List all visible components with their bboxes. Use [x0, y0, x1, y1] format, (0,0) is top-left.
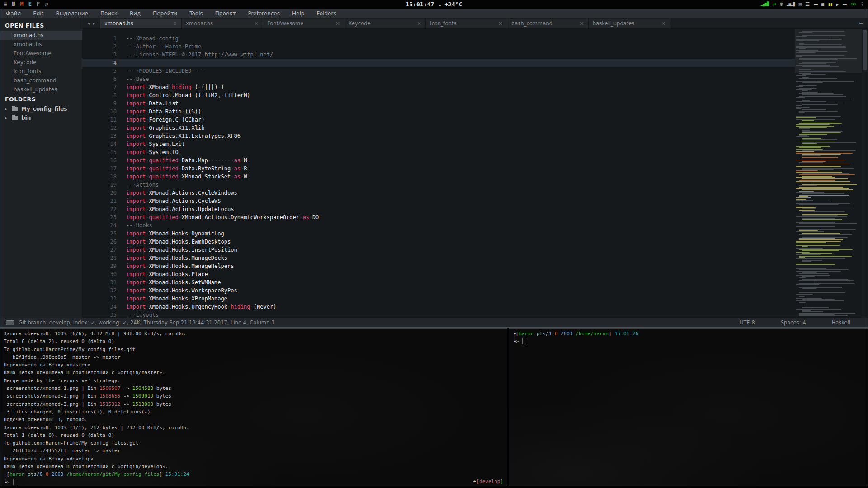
- tab-haskell_updates[interactable]: haskell_updates×: [589, 19, 670, 28]
- sidebar-file-Keycode[interactable]: Keycode: [0, 58, 82, 67]
- minimap-line: [799, 88, 817, 89]
- minimap-line: [796, 197, 811, 198]
- stop-icon[interactable]: ■: [821, 0, 824, 9]
- menu-item-10[interactable]: Folders: [316, 10, 336, 17]
- workspace-e-icon[interactable]: Е: [28, 0, 32, 9]
- users-icon[interactable]: ☺☺: [851, 0, 855, 9]
- menu-item-4[interactable]: Вид: [130, 10, 141, 17]
- tab-bash_command[interactable]: bash_command×: [507, 19, 589, 28]
- minimap-line: [802, 62, 836, 63]
- line-number: 24: [82, 221, 117, 230]
- minimap-line: [796, 188, 849, 189]
- minimap[interactable]: [795, 29, 862, 318]
- terminal-line: ┌[haron pts/0 0 2603 /home/haron/git/My_…: [4, 470, 507, 478]
- tab-scroll-right-icon[interactable]: ▸: [93, 21, 95, 26]
- workspace-m-icon[interactable]: М: [20, 0, 23, 9]
- database-icon[interactable]: ▤: [799, 0, 802, 9]
- minimap-line: [802, 250, 839, 251]
- scrollbar[interactable]: [862, 29, 868, 318]
- tab-close-icon[interactable]: ×: [335, 20, 340, 27]
- tab-scroll-left-icon[interactable]: ◂: [88, 21, 90, 26]
- sidebar-file-Icon_fonts[interactable]: Icon_fonts: [0, 67, 82, 76]
- code-text: import·XMonad.Hooks.ManageHelpers: [126, 262, 234, 270]
- minimap-line: [802, 100, 810, 101]
- code-text: --·Author·-·Haron·Prime: [126, 42, 201, 51]
- sidebar-file-xmobar.hs[interactable]: xmobar.hs: [0, 40, 82, 49]
- sidebar-folder-My_config_files[interactable]: ▸My_config_files: [0, 104, 82, 113]
- pause-icon[interactable]: ▮▮: [828, 0, 832, 9]
- tab-Icon_fonts[interactable]: Icon_fonts×: [426, 19, 507, 28]
- terminal-left[interactable]: Запись объектоВ: 100% (6/6), 4.32 MiB | …: [0, 328, 507, 486]
- tab-close-icon[interactable]: ×: [417, 20, 421, 27]
- tab-close-icon[interactable]: ×: [173, 20, 177, 27]
- minimap-line: [796, 254, 821, 255]
- menu-item-2[interactable]: Выделение: [56, 10, 88, 17]
- code-line: 31import·XMonad.Hooks.SetWMName: [82, 278, 868, 286]
- more-icon[interactable]: ⋮: [859, 0, 864, 9]
- sliders-icon[interactable]: ☰: [805, 0, 809, 9]
- menu-item-1[interactable]: Edit: [33, 10, 43, 17]
- tab-close-icon[interactable]: ×: [254, 20, 259, 27]
- gear-icon[interactable]: ⚙: [780, 0, 783, 9]
- menu-item-3[interactable]: Поиск: [100, 10, 118, 17]
- line-number: 13: [82, 132, 117, 140]
- tab-close-icon[interactable]: ×: [661, 20, 665, 27]
- indent-status[interactable]: Spaces: 4: [781, 319, 806, 326]
- line-number: 28: [82, 254, 117, 262]
- tab-xmonad.hs[interactable]: xmonad.hs×: [100, 19, 182, 28]
- minimap-line: [796, 294, 813, 295]
- sidebar-file-xmonad.hs[interactable]: xmonad.hs: [0, 31, 82, 40]
- sync-icon[interactable]: ⇄: [773, 0, 776, 9]
- menu-item-9[interactable]: Help: [292, 10, 304, 17]
- menu-item-0[interactable]: Файл: [6, 10, 21, 17]
- syntax-status[interactable]: Haskell: [832, 319, 850, 326]
- menubar: ФайлEditВыделениеПоискВидПерейтиToolsПро…: [0, 9, 868, 19]
- code-line: 28import·XMonad.Hooks.ManageDocks: [82, 254, 868, 262]
- menu-item-5[interactable]: Перейти: [153, 10, 177, 17]
- line-number: 9: [82, 99, 117, 108]
- minimap-line: [802, 272, 817, 273]
- sidebar-file-haskell_updates[interactable]: haskell_updates: [0, 85, 82, 94]
- terminal-line: └>: [4, 479, 507, 486]
- skip-forward-icon[interactable]: ►►: [843, 0, 847, 9]
- expander-icon[interactable]: ▸: [5, 107, 9, 111]
- sidebar-folder-bin[interactable]: ▸bin: [0, 113, 82, 122]
- expander-icon[interactable]: ▸: [5, 116, 9, 120]
- terminal-right[interactable]: ┌[haron pts/1 0 2603 /home/haron] 15:01:…: [509, 328, 868, 486]
- line-number: 19: [82, 181, 117, 189]
- menu-item-8[interactable]: Preferences: [248, 10, 280, 17]
- menu-item-6[interactable]: Tools: [189, 10, 203, 17]
- chart-icon[interactable]: ▂▅▃▇: [787, 0, 795, 9]
- tab-close-icon[interactable]: ×: [498, 20, 503, 27]
- network-signal-icon[interactable]: ▂▄▆█: [761, 0, 769, 9]
- line-number: 30: [82, 270, 117, 278]
- minimap-line: [802, 66, 839, 67]
- code-line: 19--·Actions: [82, 181, 868, 189]
- sidebar-file-FontAwesome[interactable]: FontAwesome: [0, 49, 82, 58]
- tab-close-icon[interactable]: ×: [580, 20, 584, 27]
- code-text: --·XMonad·config: [126, 34, 179, 42]
- minimap-line: [796, 65, 830, 66]
- play-icon[interactable]: ▶: [836, 0, 839, 9]
- minimap-line: [799, 315, 848, 316]
- minimap-line: [802, 155, 821, 156]
- code-line: 20import·XMonad.Actions.CycleWindows: [82, 189, 868, 197]
- tab-overflow-icon[interactable]: ≡: [855, 19, 868, 28]
- workspace-sh-icon[interactable]: Ш: [12, 0, 15, 9]
- tab-Keycode[interactable]: Keycode×: [344, 19, 426, 28]
- encoding-status[interactable]: UTF-8: [740, 319, 755, 326]
- menu-item-7[interactable]: Проект: [215, 10, 236, 17]
- tab-FontAwesome[interactable]: FontAwesome×: [263, 19, 344, 28]
- code-line: 7import·XMonad·hiding·(·(|||)·): [82, 83, 868, 91]
- workspace-f-icon[interactable]: F: [37, 0, 40, 9]
- sidebar-file-bash_command[interactable]: bash_command: [0, 76, 82, 85]
- minimap-line: [799, 292, 845, 293]
- tab-xmobar.hs[interactable]: xmobar.hs×: [182, 19, 263, 28]
- code-area[interactable]: 1--·XMonad·config2--·Author·-·Haron·Prim…: [82, 29, 868, 318]
- status-indicator-icon: [6, 320, 14, 325]
- shuffle-icon[interactable]: ⇄: [45, 0, 48, 9]
- line-number: 1: [82, 34, 117, 42]
- scrollbar-thumb[interactable]: [863, 30, 867, 70]
- skip-back-icon[interactable]: ◄◄: [813, 0, 817, 9]
- menu-icon[interactable]: ≡: [4, 0, 7, 9]
